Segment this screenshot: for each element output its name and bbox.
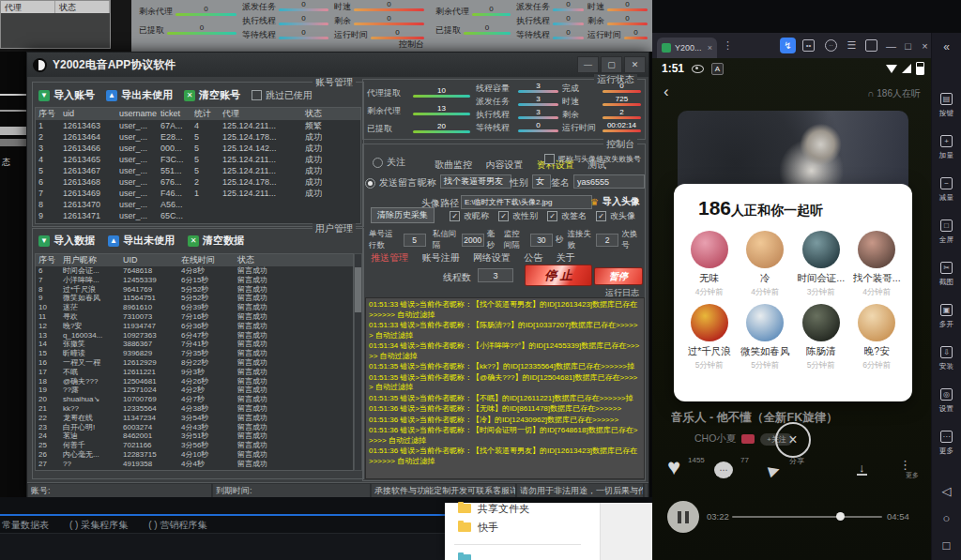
account-table-row[interactable]: 312613466user_... 000...5125.124.142...成…: [36, 143, 360, 154]
clear-accounts-button[interactable]: ✕清空账号: [184, 88, 240, 102]
tab-about[interactable]: 关于: [557, 252, 575, 263]
run-log[interactable]: 01:51:33 错误>当前作者昵称：【找个装逼哥男友】的ID[12613423…: [365, 297, 645, 479]
user-table-row[interactable]: 21kk??12335564 4分38秒留言成功: [36, 404, 353, 414]
listener-item[interactable]: 找个装哥... 4分钟前: [849, 231, 906, 298]
account-table-row[interactable]: 112613463user_... 67A...4125.124.211...频…: [36, 120, 360, 131]
share-icon[interactable]: ▶: [767, 461, 783, 480]
sidebar-tool-button[interactable]: ▤ 按键: [932, 93, 961, 135]
modify-checkbox[interactable]: 改性别: [498, 210, 538, 222]
tab-content-settings[interactable]: 内容设置: [485, 159, 523, 170]
ide-tab[interactable]: 常量数据表: [2, 519, 49, 532]
avatar-path-input[interactable]: E:\临时文件下载\头像2.jpg: [461, 195, 592, 209]
menu-icon[interactable]: ☰: [844, 38, 860, 53]
user-table-row[interactable]: 10迷茫8961610 6分39秒留言成功: [36, 303, 353, 312]
user-table-row[interactable]: 15昕疃读9396829 7分35秒留言成功: [36, 349, 353, 358]
ide-tab[interactable]: ( ) 营销程序集: [148, 519, 206, 532]
account-table-row[interactable]: 412613465user_... F3C...5125.124.211...成…: [36, 154, 360, 165]
sidebar-tool-button[interactable]: ▣ 多开: [932, 304, 961, 346]
user-table-row[interactable]: 19??露12571024 4分2秒留言成功: [36, 386, 353, 395]
nickname-input[interactable]: 找个装逼哥男友: [440, 174, 511, 189]
progress-track[interactable]: [732, 516, 882, 518]
close-button[interactable]: ✕: [624, 56, 646, 73]
like-icon[interactable]: ♥: [667, 456, 680, 478]
clear-history-button[interactable]: 清除历史采集: [371, 207, 435, 223]
minimize-icon[interactable]: —: [883, 38, 899, 53]
account-table[interactable]: 序号uidusernameticket统计代理状态 112613463user_…: [35, 107, 361, 224]
avatar[interactable]: [802, 231, 840, 268]
modify-checkbox[interactable]: 改签名: [547, 210, 587, 222]
back-icon[interactable]: ‹: [664, 83, 669, 101]
multi-window-icon[interactable]: [863, 38, 879, 53]
avatar[interactable]: [691, 304, 728, 341]
stop-button[interactable]: 停 止: [525, 265, 592, 286]
avatar[interactable]: [746, 231, 784, 268]
minimize-button[interactable]: —: [577, 56, 599, 73]
listener-item[interactable]: 晚?安 6分钟前: [849, 304, 906, 371]
listener-item[interactable]: 无味 4分钟前: [681, 231, 738, 298]
gender-input[interactable]: 女: [532, 174, 551, 189]
user-table-row[interactable]: 27??4919358 4分4秒留言成功: [36, 460, 353, 469]
thread-count-input[interactable]: 3: [478, 268, 513, 282]
sidebar-tool-button[interactable]: ◎ 设置: [932, 388, 961, 431]
gamepad-icon[interactable]: ••: [801, 38, 816, 53]
more-options-icon[interactable]: ⋮: [899, 458, 911, 472]
signature-input[interactable]: yas6555: [573, 174, 645, 189]
user-table-row[interactable]: 9微笑如春风11564751 5分52秒留言成功: [36, 294, 353, 303]
sidebar-tool-button[interactable]: □ 全屏: [932, 219, 961, 262]
download-icon[interactable]: ↓: [857, 462, 867, 476]
user-table-row[interactable]: 20shuaihua↘10700769 4分7秒留言成功: [36, 395, 353, 404]
account-table-row[interactable]: 612613468user_... 676...2125.124.178...成…: [36, 176, 360, 188]
maximize-button[interactable]: ▢: [601, 56, 622, 73]
user-table-row[interactable]: 18@确夫???12504681 4分26秒留言成功: [36, 377, 353, 386]
listener-item[interactable]: 冷 4分钟前: [738, 231, 794, 298]
pause-button[interactable]: 暂停: [594, 267, 643, 285]
import-data-button[interactable]: ▼导入数据: [38, 234, 95, 248]
maximize-icon[interactable]: □: [900, 38, 916, 53]
send-message-radio[interactable]: 发送留言: [365, 176, 417, 189]
account-table-row[interactable]: 512613467user_... 551...5125.124.211...成…: [36, 165, 360, 176]
user-table-row[interactable]: 17不眠12611221 9分3秒留言成功: [36, 368, 353, 377]
sidebar-tool-button[interactable]: ⇩ 安装: [932, 346, 961, 388]
listener-item[interactable]: 微笑如春风 5分钟前: [738, 304, 794, 371]
comment-icon[interactable]: ⋯: [714, 462, 733, 478]
import-accounts-button[interactable]: ▼导入账号: [38, 88, 95, 102]
collapse-sidebar-icon[interactable]: «: [932, 40, 961, 53]
avatar[interactable]: [858, 304, 895, 341]
folder-row[interactable]: 共享文件夹: [445, 499, 652, 518]
modify-checkbox[interactable]: 改昵称: [450, 210, 489, 222]
account-table-row[interactable]: 712613469user_... F46...1125.124.211...成…: [36, 188, 360, 199]
user-table-row[interactable]: 22龙哥在线11347234 3分54秒留言成功: [36, 414, 353, 423]
user-table-row[interactable]: 6时间会证...7648618 4分8秒留言成功: [36, 266, 353, 276]
listener-item[interactable]: 陈肠清 5分钟前: [793, 304, 849, 371]
tab-song-monitor[interactable]: 歌曲监控: [435, 159, 472, 170]
progress-handle[interactable]: [836, 512, 845, 521]
account-table-row[interactable]: 812613470user_... A56...: [36, 199, 360, 210]
skip-used-checkbox[interactable]: 跳过已使用: [252, 89, 313, 102]
tab-account-register[interactable]: 账号注册: [421, 252, 459, 263]
android-back-icon[interactable]: ◁: [942, 484, 952, 498]
android-recents-icon[interactable]: □: [943, 538, 951, 552]
boost-icon[interactable]: ↯: [780, 38, 796, 53]
user-table-scrollbar[interactable]: [354, 253, 362, 471]
user-table-row[interactable]: 24茗迪8462001 3分51秒留言成功: [36, 431, 353, 441]
param-input[interactable]: 2000: [462, 234, 484, 247]
tab-close-icon[interactable]: ×: [708, 43, 712, 53]
account-table-row[interactable]: 912613471user_... 65C...: [36, 210, 360, 221]
account-table-row[interactable]: 212613464user_... E28...5125.124.178...成…: [36, 131, 360, 143]
user-table-row[interactable]: 14张撒笑3886367 7分41秒留言成功: [36, 340, 353, 349]
user-table-row[interactable]: 13q_160034...10927363 6分47秒留言成功: [36, 331, 353, 341]
folder-row-partial[interactable]: [445, 550, 471, 560]
user-table-row[interactable]: 11寻欢7310073 7分16秒留言成功: [36, 312, 353, 322]
import-avatar-button[interactable]: ♛导入头像: [590, 195, 640, 208]
sidebar-tool-button[interactable]: ⋯ 更多: [932, 431, 961, 473]
user-table-row[interactable]: 16一程又一程12612929 8分22秒留言成功: [36, 358, 353, 368]
artist-name[interactable]: CHO小夏: [694, 432, 736, 446]
avatar[interactable]: [858, 231, 895, 268]
listener-item[interactable]: 时间会证... 3分钟前: [793, 231, 849, 298]
sidebar-tool-button[interactable]: − 减量: [932, 177, 961, 219]
emulator-toolbar[interactable]: Y200... × ⋮ ↯ •• ·· ☰ — □ ×: [652, 33, 932, 58]
tab-network-settings[interactable]: 网络设置: [473, 252, 511, 263]
user-table-row[interactable]: 12晚?安11934747 6分36秒留言成功: [36, 322, 353, 331]
param-input[interactable]: 2: [596, 234, 618, 247]
sidebar-tool-button[interactable]: + 加量: [932, 135, 961, 177]
